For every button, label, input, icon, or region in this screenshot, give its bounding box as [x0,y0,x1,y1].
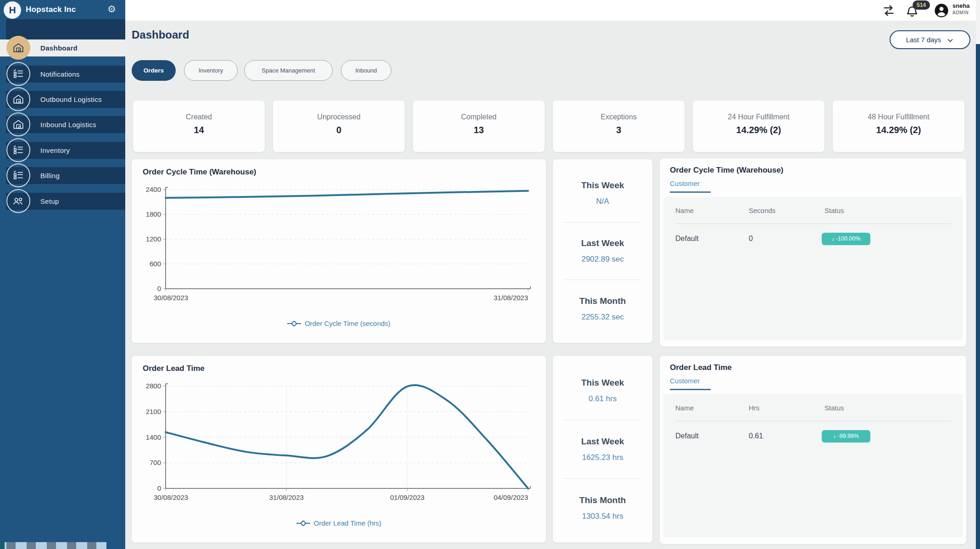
logo-h-icon: H [9,5,16,16]
chevron-down-icon [947,37,954,44]
tab-orders[interactable]: Orders [132,60,176,81]
order-lead-time-chart: 070014002100280030/08/202331/08/202301/0… [140,380,535,506]
checklist-icon [6,138,30,162]
avatar[interactable] [934,3,949,18]
summary-label: This Week [581,180,624,190]
warehouse-icon [6,87,30,111]
stat-value: 14 [133,125,265,135]
svg-text:30/08/2023: 30/08/2023 [154,493,188,501]
svg-text:600: 600 [150,260,161,268]
svg-text:31/08/2023: 31/08/2023 [494,294,528,302]
summary-value: 2255.32 sec [581,313,624,322]
sidebar-item-notifications[interactable]: Notifications [6,66,125,83]
stat-label: Created [133,113,265,121]
column-header: Name [675,207,749,214]
cell-value: 0 [749,235,824,243]
sidebar-item-dashboard[interactable]: Dashboard [0,39,125,56]
sidebar-item-billing[interactable]: Billing [6,167,125,184]
summary-label: This Week [581,378,624,388]
svg-text:31/08/2023: 31/08/2023 [269,493,304,501]
date-range-dropdown[interactable]: Last 7 days [890,30,970,49]
user-name: sneha [952,2,970,9]
sidebar-item-label: Dashboard [40,44,78,52]
order-cycle-time-table-card: Order Cycle Time (Warehouse) Customer Na… [660,158,966,347]
hopstack-logo: H [4,1,21,19]
column-header: Seconds [749,207,824,214]
tab-customer[interactable]: Customer [670,179,711,193]
svg-text:0: 0 [157,285,161,292]
warehouse-icon [6,36,30,60]
stat-label: 24 Hour Fulfillment [693,113,824,121]
table-body: Name Seconds Status Default 0 ↓ -100.00% [663,197,963,340]
scrollbar-thumb[interactable] [976,44,980,549]
column-header: Status [824,207,951,214]
summary-label: This Month [579,296,626,306]
chart-title: Order Lead Time [143,364,205,373]
checklist-icon [6,163,30,187]
svg-text:1200: 1200 [146,235,161,243]
chart-legend: Order Cycle Time (seconds) [132,319,546,327]
summary-label: Last Week [581,437,624,447]
order-lead-time-table-card: Order Lead Time Customer Name Hrs Status… [660,356,966,544]
order-cycle-time-summary-card: This Week N/A Last Week 2902.89 sec This… [553,159,652,343]
user-role: ADMIN [952,10,970,15]
legend-label: Order Lead Time (hrs) [314,519,382,527]
column-header: Hrs [749,404,824,412]
sidebar-item-outbound-logistics[interactable]: Outbound Logistics [6,91,125,108]
chart-legend: Order Lead Time (hrs) [132,519,546,527]
stat-card-48h-fulfillment: 48 Hour Fulfillment 14.29% (2) [833,101,964,152]
notification-count-badge: 514 [913,0,930,10]
status-badge: ↓ -99.98% [822,430,870,443]
table-header-row: Name Seconds Status [663,197,963,224]
stat-value: 14.29% (2) [693,125,824,135]
table-body: Name Hrs Status Default 0.61 ↓ -99.98% [663,394,963,538]
stat-label: 48 Hour Fulfillment [833,113,964,121]
summary-section: This Week 0.61 hrs [553,361,652,420]
scrollbar-track [976,0,980,549]
tab-inbound[interactable]: Inbound [341,60,391,81]
page-title: Dashboard [132,28,189,41]
svg-text:0: 0 [157,484,161,492]
stat-value: 13 [413,125,545,135]
tab-inventory[interactable]: Inventory [184,60,238,81]
stat-value: 3 [553,125,685,135]
summary-section: Last Week 1625.23 hrs [564,420,641,478]
summary-label: Last Week [581,238,624,248]
sidebar-header: H Hopstack Inc ⚙ [0,0,125,20]
cell-name: Default [675,235,749,243]
svg-text:2800: 2800 [146,382,161,390]
cell-name: Default [675,432,749,440]
table-row: Default 0.61 ↓ -99.98% [663,421,963,451]
tab-customer[interactable]: Customer [670,377,711,390]
stat-value: 0 [273,125,405,135]
stat-card-24h-fulfillment: 24 Hour Fulfillment 14.29% (2) [693,101,824,152]
sidebar-item-label: Billing [40,172,60,179]
date-range-value: Last 7 days [906,36,941,44]
sidebar-item-inbound-logistics[interactable]: Inbound Logistics [6,116,125,133]
summary-section: This Week N/A [553,165,652,222]
user-menu[interactable]: sneha ADMIN [952,2,970,15]
sidebar-item-setup[interactable]: Setup [6,193,125,210]
sidebar-item-inventory[interactable]: Inventory [6,142,125,159]
column-header: Status [824,404,951,412]
svg-text:04/09/2023: 04/09/2023 [494,493,528,501]
swap-arrows-icon[interactable] [882,4,895,17]
stat-label: Completed [413,113,545,121]
order-cycle-time-chart-card: Order Cycle Time (Warehouse) 06001200180… [132,159,546,343]
tab-space-management[interactable]: Space Management [244,60,333,81]
warehouse-icon [6,112,30,136]
sidebar-item-label: Notifications [40,70,80,78]
sidebar-item-label: Setup [40,197,59,205]
summary-section: Last Week 2902.89 sec [564,222,641,280]
svg-text:01/09/2023: 01/09/2023 [390,493,424,501]
legend-marker-icon [287,321,301,326]
svg-text:30/08/2023: 30/08/2023 [154,294,188,302]
users-icon [6,189,30,213]
svg-text:700: 700 [150,459,161,466]
order-cycle-time-chart: 060012001800240030/08/202331/08/2023 [140,183,535,306]
gear-icon[interactable]: ⚙ [107,4,116,15]
svg-text:2100: 2100 [146,408,161,415]
cutoff-tooltip [0,542,106,549]
table-card-title: Order Lead Time [670,363,732,372]
brand-title: Hopstack Inc [26,5,76,14]
